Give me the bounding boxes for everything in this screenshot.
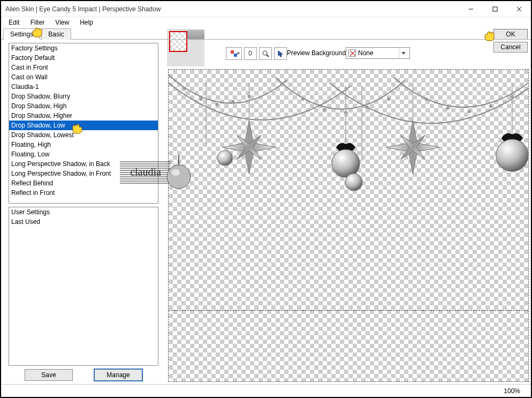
svg-point-18 xyxy=(424,97,428,101)
svg-point-16 xyxy=(366,106,369,109)
list-item[interactable]: Drop Shadow, High xyxy=(9,101,158,111)
list-item[interactable]: Cast on Wall xyxy=(9,72,158,82)
color-swatch-icon xyxy=(230,50,238,57)
list-item[interactable]: Floating, High xyxy=(9,140,158,149)
svg-point-13 xyxy=(301,97,305,101)
pointer-tool-button[interactable] xyxy=(274,47,287,60)
left-panel: Factory Settings Factory Default Cast in… xyxy=(1,40,162,384)
maximize-button[interactable] xyxy=(483,1,507,17)
list-item-selected[interactable]: Drop Shadow, Low xyxy=(9,121,158,130)
svg-point-33 xyxy=(332,149,360,177)
minimize-button[interactable] xyxy=(459,1,483,17)
list-item[interactable]: Floating, Low xyxy=(9,149,158,159)
svg-point-20 xyxy=(468,110,471,113)
titlebar: Alien Skin | Eye Candy 5 Impact | Perspe… xyxy=(1,1,531,17)
panel-button-row: Save Manage xyxy=(9,366,158,381)
list-item[interactable]: User Settings xyxy=(9,207,158,217)
factory-presets-list[interactable]: Factory Settings Factory Default Cast in… xyxy=(9,43,158,204)
svg-point-8 xyxy=(183,87,186,90)
list-item[interactable]: Reflect in Front xyxy=(9,188,158,198)
hand-icon xyxy=(247,50,254,57)
svg-point-9 xyxy=(199,97,202,101)
list-item[interactable]: Drop Shadow, Blurry xyxy=(9,92,158,101)
svg-point-19 xyxy=(446,107,450,110)
hand-tool-button[interactable] xyxy=(244,47,257,60)
magnifier-icon xyxy=(262,50,269,57)
zoom-tool-button[interactable] xyxy=(259,47,272,60)
svg-line-7 xyxy=(267,55,269,57)
preview-background-value: None xyxy=(358,49,374,57)
svg-point-11 xyxy=(231,100,234,103)
svg-rect-1 xyxy=(493,7,497,11)
color-tool-button[interactable] xyxy=(226,47,242,60)
svg-rect-4 xyxy=(231,50,234,54)
list-item[interactable]: Drop Shadow, Higher xyxy=(9,111,158,121)
tool-buttons xyxy=(226,47,287,60)
preview-canvas[interactable] xyxy=(168,69,529,382)
list-item[interactable]: Reflect Behind xyxy=(9,178,158,188)
tab-settings[interactable]: Settings xyxy=(3,28,40,40)
preview-background-label: Preview Background: xyxy=(287,49,347,57)
menu-edit[interactable]: Edit xyxy=(3,18,25,27)
list-item[interactable]: Last Used xyxy=(9,217,158,227)
preview-background-select[interactable]: None xyxy=(346,47,410,59)
top-strip: Preview Background: None xyxy=(167,29,531,66)
svg-point-21 xyxy=(489,104,492,108)
svg-point-17 xyxy=(387,97,390,101)
user-presets-list[interactable]: User Settings Last Used xyxy=(9,207,158,366)
pointer-icon xyxy=(277,50,284,57)
list-item[interactable]: Claudia-1 xyxy=(9,82,158,92)
tab-basic[interactable]: Basic xyxy=(41,28,71,40)
svg-point-14 xyxy=(323,108,326,111)
svg-rect-5 xyxy=(234,54,237,57)
svg-point-6 xyxy=(263,51,267,55)
none-swatch-icon xyxy=(348,49,356,57)
manage-button[interactable]: Manage xyxy=(94,369,142,381)
list-item[interactable]: Drop Shadow, Lowest xyxy=(9,130,158,140)
preview-content xyxy=(169,70,528,209)
list-item[interactable]: Factory Settings xyxy=(9,43,158,53)
list-item[interactable]: Long Perspective Shadow, in Back xyxy=(9,159,158,169)
svg-point-34 xyxy=(496,139,528,171)
list-item[interactable]: Factory Default xyxy=(9,53,158,63)
menu-view[interactable]: View xyxy=(50,18,74,27)
svg-point-10 xyxy=(215,103,218,106)
svg-point-36 xyxy=(217,151,232,166)
right-panel: Preview Background: None xyxy=(162,40,531,384)
zoom-level: 100% xyxy=(504,387,520,395)
window-title: Alien Skin | Eye Candy 5 Impact | Perspe… xyxy=(5,5,459,13)
menu-filter[interactable]: Filter xyxy=(25,18,50,27)
list-item[interactable]: Long Perspective Shadow, in Front xyxy=(9,169,158,178)
close-button[interactable] xyxy=(507,1,531,17)
save-button[interactable]: Save xyxy=(25,369,73,381)
main-area: Factory Settings Factory Default Cast in… xyxy=(1,40,531,384)
menu-help[interactable]: Help xyxy=(74,18,98,27)
chevron-down-icon xyxy=(399,48,407,58)
list-item[interactable]: Cast in Front xyxy=(9,63,158,72)
menubar: Edit Filter View Help xyxy=(1,17,531,28)
svg-point-35 xyxy=(345,174,362,191)
statusbar: 100% xyxy=(1,384,531,397)
navigator-thumbnail[interactable] xyxy=(167,29,204,66)
